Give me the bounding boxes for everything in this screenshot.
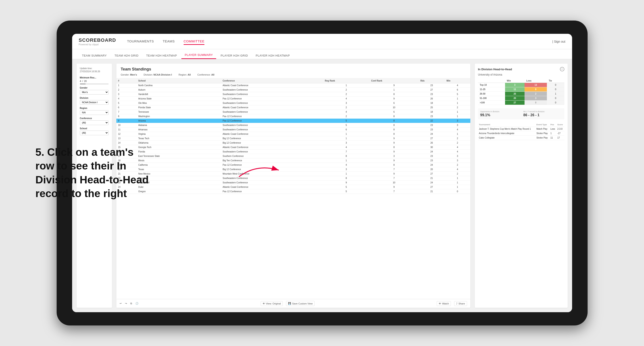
cell-school: Alabama <box>136 123 221 128</box>
sub-nav-player-h2h-heatmap[interactable]: PLAYER H2H HEATMAP <box>252 52 293 59</box>
cell-conf-rank: 8 <box>370 92 419 97</box>
min-rounds-slider[interactable] <box>80 84 108 84</box>
gender-select[interactable]: Men's <box>80 90 108 95</box>
region-select[interactable]: N/A <box>80 110 108 115</box>
table-row[interactable]: 4 Arizona State Pac-12 Conference 4 9 26… <box>116 97 470 101</box>
gender-filter: Gender: Men's <box>121 73 137 76</box>
cell-win: 1 <box>445 114 470 119</box>
undo-icon[interactable]: ↩ <box>120 302 122 305</box>
sub-nav-team-h2h-grid[interactable]: TEAM H2H GRID <box>111 52 142 59</box>
table-row[interactable]: 15 Georgia Tech Atlantic Coast Conferenc… <box>116 145 470 150</box>
cell-reg-rank: 3 <box>323 101 369 105</box>
table-row[interactable]: 12 Virginia Atlantic Coast Conference 1 … <box>116 132 470 136</box>
table-row[interactable]: 7 Tennessee Southeastern Conference 4 6 … <box>116 110 470 114</box>
cell-conf-rank: 8 <box>370 119 419 123</box>
h2h-col-range <box>478 79 505 83</box>
cell-rank: 6 <box>116 105 136 110</box>
sub-nav-team-h2h-heatmap[interactable]: TEAM H2H HEATMAP <box>143 52 180 59</box>
h2h-tie-cell: 0 <box>547 101 564 105</box>
h2h-col-loss: Loss <box>524 79 547 83</box>
save-custom-btn[interactable]: 💾 Save Custom View <box>286 301 314 306</box>
table-row[interactable]: 2 Auburn Southeastern Conference 2 1 27 … <box>116 88 470 92</box>
cell-school: Florida State <box>136 105 221 110</box>
table-row[interactable]: 10 Alabama Southeastern Conference 5 8 2… <box>116 123 470 128</box>
table-row[interactable]: 6 Florida State Atlantic Coast Conferenc… <box>116 105 470 110</box>
cell-conference: Atlantic Coast Conference <box>221 83 323 88</box>
t-cell-type: Stroke Play <box>536 136 550 140</box>
cell-school: Virginia <box>136 132 221 136</box>
top-nav: SCOREBOARD Powered by clippd TOURNAMENTS… <box>72 34 572 49</box>
sub-nav-team-summary[interactable]: TEAM SUMMARY <box>79 52 110 59</box>
cell-win: 1 <box>445 101 470 105</box>
cell-rds: 23 <box>418 123 445 128</box>
cell-reg-rank: 5 <box>323 189 369 194</box>
watch-icon: 👁 <box>439 302 441 305</box>
cell-conference: Atlantic Coast Conference <box>221 185 323 189</box>
division-select[interactable]: NCAA Division I <box>80 100 108 105</box>
clock-icon[interactable]: 🕐 <box>136 302 138 305</box>
conference-select[interactable]: (All) <box>80 120 108 125</box>
table-row[interactable]: 3 Vanderbilt Southeastern Conference 2 8… <box>116 92 470 97</box>
table-row[interactable]: 16 Florida Southeastern Conference 7 9 2… <box>116 150 470 154</box>
table-row[interactable]: 5 Ole Miss Southeastern Conference 3 6 1… <box>116 101 470 105</box>
cell-conf-rank: 8 <box>370 123 419 128</box>
cell-win: 1 <box>445 97 470 101</box>
cell-rank: 12 <box>116 132 136 136</box>
cell-rank: 7 <box>116 110 136 114</box>
table-row[interactable]: 24 Duke Atlantic Coast Conference 5 9 27… <box>116 185 470 189</box>
cell-conf-rank: 6 <box>370 101 419 105</box>
cell-conference: Big 12 Conference <box>221 136 323 141</box>
sub-nav-player-h2h-grid[interactable]: PLAYER H2H GRID <box>217 52 251 59</box>
min-rounds-row: 4 / 20 <box>80 80 108 82</box>
table-row[interactable]: 19 California Pac-12 Conference 4 8 24 2 <box>116 163 470 167</box>
opponents-value: 99.1% <box>480 113 519 117</box>
cell-rds: 21 <box>418 189 445 194</box>
table-row[interactable]: 18 Illinois Big Ten Conference 1 9 23 3 <box>116 159 470 163</box>
table-row[interactable]: 20 Texas Big 12 Conference 3 7 20 4 <box>116 167 470 172</box>
school-select[interactable]: (All) <box>80 131 108 135</box>
redo-icon[interactable]: ↪ <box>125 302 127 305</box>
t-col-type: Event Type <box>536 123 550 127</box>
table-row[interactable]: 9 Arizona Pac-12 Conference 5 8 22 3 <box>116 119 470 123</box>
view-original-btn[interactable]: 👁 View: Original <box>260 301 283 306</box>
sign-out-link[interactable]: | Sign out <box>552 40 566 43</box>
cell-school: Auburn <box>136 88 221 92</box>
copy-icon[interactable]: ⧉ <box>130 302 132 305</box>
cell-win: 2 <box>445 105 470 110</box>
cell-conference: Southeastern Conference <box>221 150 323 154</box>
table-row[interactable]: 11 Arkansas Southeastern Conference 6 8 … <box>116 128 470 132</box>
conference-filter: Conference: All <box>197 73 214 76</box>
cell-conf-rank: 9 <box>370 159 419 163</box>
cell-rank: 4 <box>116 97 136 101</box>
cell-conference: Southeastern Conference <box>221 123 323 128</box>
table-row[interactable]: 25 Oregon Pac-12 Conference 5 7 21 0 <box>116 189 470 194</box>
table-row[interactable]: 22 Georgia Southeastern Conference 8 7 2… <box>116 176 470 180</box>
h2h-stats-row: Opponents in division: 99.1% W-L-T recor… <box>478 108 564 119</box>
table-row[interactable]: 17 East Tennessee State Southern Confere… <box>116 154 470 159</box>
watch-btn[interactable]: 👁 Watch <box>437 301 451 306</box>
cell-conference: Southern Conference <box>221 154 323 159</box>
table-row[interactable]: 14 Oklahoma Big 12 Conference 3 9 26 2 <box>116 141 470 145</box>
cell-reg-rank: 9 <box>323 180 369 185</box>
table-row[interactable]: 23 Texas A&M Southeastern Conference 9 1… <box>116 180 470 185</box>
cell-conf-rank: 9 <box>370 136 419 141</box>
cell-conference: Southeastern Conference <box>221 110 323 114</box>
table-row[interactable]: 1 North Carolina Atlantic Coast Conferen… <box>116 83 470 88</box>
nav-committee[interactable]: COMMITTEE <box>184 38 205 45</box>
h2h-title: In Division Head-to-Head <box>478 68 512 71</box>
sub-nav-player-summary[interactable]: PLAYER SUMMARY <box>182 51 216 59</box>
nav-teams[interactable]: TEAMS <box>162 38 174 45</box>
h2h-close-btn[interactable]: × <box>560 67 564 71</box>
nav-tournaments[interactable]: TOURNAMENTS <box>127 38 154 45</box>
record-stat: W-L-T record in-division: 86 - 26 - 1 <box>524 111 562 117</box>
share-btn[interactable]: ⤴ Share <box>454 301 467 306</box>
t-cell-score: 17 <box>556 136 564 140</box>
table-row[interactable]: 8 Washington Pac-12 Conference 2 8 23 1 <box>116 114 470 119</box>
cell-conf-rank: 10 <box>370 180 419 185</box>
table-row[interactable]: 13 Texas Tech Big 12 Conference 1 9 27 2 <box>116 136 470 141</box>
standings-table-container: # School Conference Reg Rank Conf Rank R… <box>116 78 470 299</box>
table-row[interactable]: 21 New Mexico Mountain West Conference 1… <box>116 172 470 176</box>
cell-conf-rank: 8 <box>370 145 419 150</box>
cell-rds: 23 <box>418 159 445 163</box>
h2h-loss-cell: 2 <box>524 92 547 96</box>
